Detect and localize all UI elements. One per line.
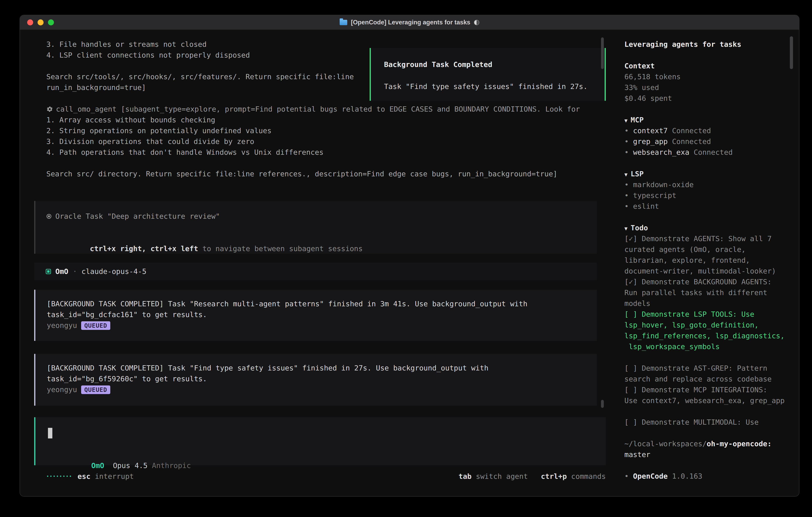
lsp-item: • typescript <box>625 190 800 201</box>
terminal-main-pane: 3. File handles or streams not closed 4.… <box>20 30 606 496</box>
todo-item-done: [✓] Demonstrate BACKGROUND AGENTS: Run p… <box>625 276 800 309</box>
mcp-section-header[interactable]: ▼ MCP <box>625 114 800 125</box>
busy-indicator-icon <box>474 20 479 25</box>
chevron-down-icon: ▼ <box>625 225 631 232</box>
terminal-line: Search src/ directory. Return specific f… <box>46 168 598 179</box>
tab-key-hint: tab <box>459 471 471 482</box>
bullet-icon: • <box>625 202 633 210</box>
esc-key-hint: esc <box>78 472 90 481</box>
terminal-line: 4. Path operations that don't handle Win… <box>46 147 598 158</box>
prompt-input[interactable]: OmO Opus 4.5 Anthropic <box>34 417 606 465</box>
oracle-task-panel: Oracle Task "Deep architecture review" c… <box>34 201 597 254</box>
oracle-task-title: Oracle Task "Deep architecture review" <box>55 211 220 222</box>
tool-call-line: call_omo_agent [subagent_type=explore, p… <box>46 104 598 114</box>
bullet-icon: • <box>625 472 633 480</box>
tool-call-text: call_omo_agent [subagent_type=explore, p… <box>56 104 580 114</box>
session-sidebar: Leveraging agents for tasks Context 66,5… <box>616 30 800 496</box>
message-author: yeongyu <box>47 320 77 331</box>
input-provider-label: Anthropic <box>152 461 191 470</box>
agent-header-row: OmO · claude-opus-4-5 <box>34 263 597 280</box>
zoom-button[interactable] <box>48 19 54 25</box>
context-tokens: 66,518 tokens <box>625 71 800 82</box>
background-task-notification: Background Task Completed Task "Find typ… <box>370 48 606 101</box>
window-title: [OpenCode] Leveraging agents for tasks <box>351 19 470 26</box>
agent-checkbox-icon <box>46 269 51 274</box>
ctrlp-key-hint: ctrl+p <box>541 471 567 482</box>
todo-item-done: [✓] Demonstrate AGENTS: Show all 7 curat… <box>625 233 800 276</box>
notification-body: Task "Find type safety issues" finished … <box>384 81 597 92</box>
mcp-item: • websearch_exa Connected <box>625 147 800 158</box>
queued-badge: QUEUED <box>81 385 110 394</box>
message-author: yeongyu <box>47 384 77 395</box>
lsp-item: • eslint <box>625 201 800 212</box>
terminal-line: 1. Array access without bounds checking <box>46 114 598 125</box>
terminal-line <box>46 158 598 168</box>
todo-item-active: [ ] Demonstrate LSP TOOLS: Use lsp_hover… <box>625 309 800 352</box>
mcp-item: • context7 Connected <box>625 125 800 136</box>
folder-icon <box>340 20 347 25</box>
message-text: [BACKGROUND TASK COMPLETED] Task "Find t… <box>47 363 585 384</box>
bullet-icon: • <box>625 148 633 156</box>
bullet-icon: • <box>625 137 633 145</box>
bullet-icon: • <box>625 181 633 189</box>
main-scrollbar-thumb[interactable] <box>601 37 604 69</box>
todo-item-pending: [ ] Demonstrate MULTIMODAL: Use <box>625 417 800 428</box>
chevron-down-icon: ▼ <box>625 117 631 124</box>
text-cursor <box>48 428 52 438</box>
terminal-window: [OpenCode] Leveraging agents for tasks 3… <box>20 15 800 497</box>
mcp-item: • grep_app Connected <box>625 136 800 147</box>
todo-item-pending: [ ] Demonstrate MCP INTEGRATIONS: Use co… <box>625 384 800 406</box>
context-heading: Context <box>625 61 800 71</box>
main-scrollbar-thumb[interactable] <box>601 400 604 408</box>
bullet-icon: • <box>625 127 633 135</box>
close-button[interactable] <box>27 19 33 25</box>
traffic-lights <box>27 15 54 30</box>
context-spent: $0.46 spent <box>625 93 800 104</box>
lsp-item: • markdown-oxide <box>625 179 800 190</box>
workspace-branch: master <box>625 449 800 460</box>
separator-dot: · <box>73 266 77 277</box>
bullet-icon: • <box>625 191 633 199</box>
agent-model: claude-opus-4-5 <box>82 266 146 277</box>
todo-item-pending: [ ] Demonstrate AST-GREP: Pattern search… <box>625 363 800 384</box>
queued-message: [BACKGROUND TASK COMPLETED] Task "Find t… <box>34 354 597 406</box>
context-used: 33% used <box>625 82 800 93</box>
queued-badge: QUEUED <box>81 321 110 330</box>
terminal-line: 2. String operations on potentially unde… <box>46 125 598 136</box>
subagent-navigation-hint: ctrl+x right, ctrl+x left to navigate be… <box>47 233 597 243</box>
chevron-down-icon: ▼ <box>625 171 631 178</box>
app-version: • OpenCode 1.0.163 <box>625 471 800 482</box>
input-model-label: Opus 4.5 <box>113 461 147 470</box>
workspace-path: ~/local-workspaces/oh-my-opencode: <box>625 438 800 449</box>
task-status-icon <box>47 214 51 219</box>
gear-icon <box>46 106 53 113</box>
spinner-dots-icon: •••••••• <box>46 471 72 482</box>
message-text: [BACKGROUND TASK COMPLETED] Task "Resear… <box>47 298 585 320</box>
terminal-line: 3. Division operations that could divide… <box>46 136 598 147</box>
input-agent-label: OmO <box>91 461 104 470</box>
status-bar: •••••••• esc interrupt tab switch agent … <box>20 471 606 482</box>
titlebar: [OpenCode] Leveraging agents for tasks <box>20 15 799 30</box>
notification-title: Background Task Completed <box>384 59 597 70</box>
sidebar-scrollbar-thumb[interactable] <box>790 36 793 69</box>
session-title: Leveraging agents for tasks <box>625 39 800 50</box>
queued-message: [BACKGROUND TASK COMPLETED] Task "Resear… <box>34 290 597 341</box>
agent-name: OmO <box>55 266 68 277</box>
minimize-button[interactable] <box>37 19 44 25</box>
lsp-section-header[interactable]: ▼ LSP <box>625 168 800 179</box>
todo-section-header[interactable]: ▼ Todo <box>625 222 800 233</box>
